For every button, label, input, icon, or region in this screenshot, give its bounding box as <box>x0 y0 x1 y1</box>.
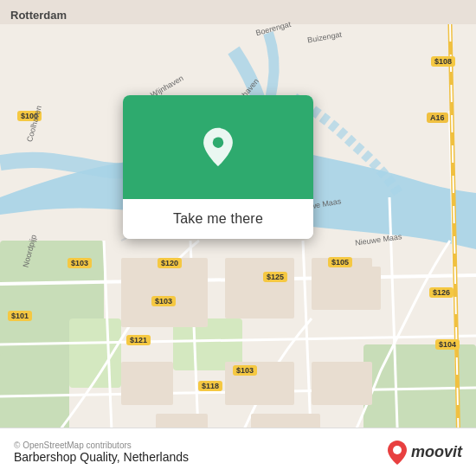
take-me-there-button[interactable]: Take me there <box>123 199 313 239</box>
svg-rect-17 <box>121 362 173 405</box>
svg-rect-19 <box>312 362 372 405</box>
route-badge-s101: $101 <box>8 311 32 321</box>
svg-point-24 <box>393 446 402 454</box>
svg-rect-14 <box>121 258 208 327</box>
bottom-bar: © OpenStreetMap contributors Barbershop … <box>0 428 476 476</box>
route-badge-s125: $125 <box>263 272 287 282</box>
bottom-left: © OpenStreetMap contributors Barbershop … <box>14 441 189 464</box>
location-pin-icon <box>197 126 239 168</box>
svg-point-23 <box>213 137 223 147</box>
route-badge-s103-1: $103 <box>68 258 92 268</box>
route-badge-s103-2: $103 <box>151 296 176 306</box>
route-badge-a16: A16 <box>427 113 448 123</box>
location-name: Barbershop Quality, Netherlands <box>14 450 189 464</box>
moovit-logo: moovit <box>387 440 462 466</box>
route-badge-s103-3: $103 <box>233 365 257 376</box>
route-badge-s104: $104 <box>435 339 460 350</box>
popup-card: Take me there <box>123 95 313 239</box>
popup-green-area <box>123 95 313 199</box>
route-badge-s108: $108 <box>431 56 455 67</box>
svg-rect-22 <box>338 267 381 310</box>
route-badge-s118: $118 <box>198 381 222 391</box>
moovit-pin-icon <box>387 440 408 466</box>
route-badge-s120: $120 <box>158 258 182 268</box>
moovit-text: moovit <box>411 443 462 461</box>
route-badge-s126: $126 <box>429 287 453 298</box>
map-container: Rotterdam $100 $103 $103 $103 $104 $105 … <box>0 0 476 476</box>
city-label-rotterdam: Rotterdam <box>10 9 67 22</box>
svg-rect-15 <box>225 258 294 318</box>
route-badge-s105: $105 <box>328 257 352 267</box>
route-badge-s121: $121 <box>126 335 151 345</box>
copyright-text: © OpenStreetMap contributors <box>14 441 189 450</box>
